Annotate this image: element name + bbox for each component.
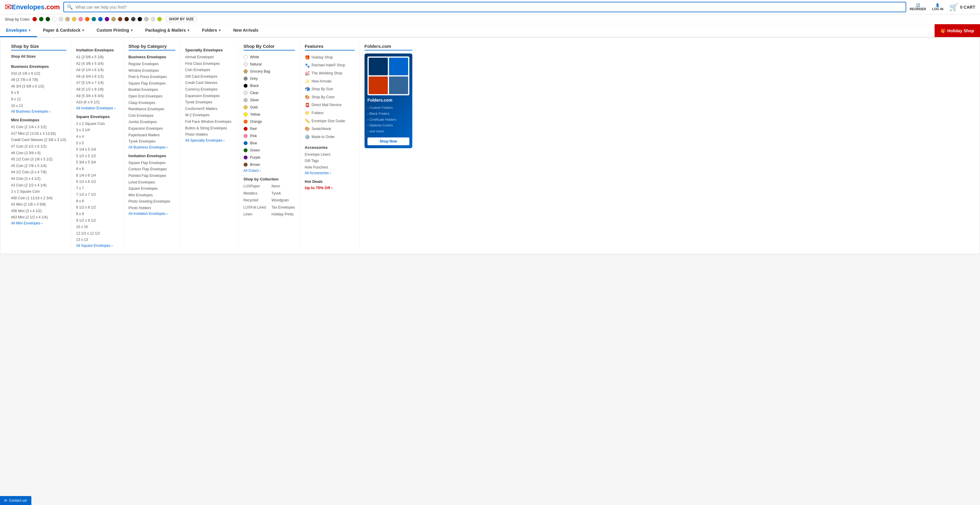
folders-more-link[interactable]: › and more! <box>368 129 409 134</box>
folders-cert-link[interactable]: › Certificate Holders <box>368 117 409 123</box>
inv-link-a9[interactable]: A9 (5 3/4 x 8 3/4) <box>76 93 119 99</box>
inv-link-a10[interactable]: A10 (6 x 9 1/2) <box>76 99 119 106</box>
inv-link-a6[interactable]: A6 (4 3/4 x 6 1/2) <box>76 73 119 80</box>
feat-holiday[interactable]: 🎁Holiday Shop <box>305 54 355 62</box>
cat-remittance[interactable]: Remittance Envelopes <box>129 106 175 113</box>
mini-link-5[interactable]: #5 Coin (2 7/8 x 5 1/4) <box>11 163 66 169</box>
sq-link-912[interactable]: 9 1/2 x 9 1/2 <box>76 218 119 224</box>
sq-link-6x6[interactable]: 6 x 6 <box>76 166 119 172</box>
sq-link-1212[interactable]: 12 1/2 x 12 1/2 <box>76 230 119 237</box>
sq-link-2x2[interactable]: 2 x 2 Square Coin <box>76 121 119 127</box>
color-pink-row[interactable]: Pink <box>243 132 295 140</box>
color-dot-charcoal[interactable] <box>131 17 136 22</box>
mini-link-3m[interactable]: #3 Mini (2 1/8 x 3 5/8) <box>11 201 66 208</box>
spec-tyvek[interactable]: Tyvek Envelopes <box>185 99 234 106</box>
color-dot-teal[interactable] <box>91 17 96 22</box>
color-red-row[interactable]: Red <box>243 125 295 132</box>
feat-shop-color[interactable]: 🎨Shop By Color <box>305 93 355 101</box>
sq-link-614[interactable]: 6 1/4 x 6 1/4 <box>76 172 119 179</box>
nav-item-paper[interactable]: Paper & Cardstock ▼ <box>37 24 91 37</box>
color-green-row[interactable]: Green <box>243 147 295 154</box>
inv-contour[interactable]: Contour Flap Envelopes <box>129 166 175 173</box>
color-dot-dark-brown[interactable] <box>124 17 129 22</box>
color-black-row[interactable]: Black <box>243 82 295 89</box>
reorder-button[interactable]: 🔄 REORDER <box>910 3 926 11</box>
all-specialty-link[interactable]: All Specialty Envelopes › <box>185 139 225 143</box>
acc-liners[interactable]: Envelope Liners <box>305 151 355 158</box>
color-dot-gold[interactable] <box>72 17 76 22</box>
color-dot-black[interactable] <box>137 17 142 22</box>
sq-link-4x4[interactable]: 4 x 4 <box>76 134 119 140</box>
size-link-6x9[interactable]: 6 x 9 <box>11 90 66 96</box>
coll-linen[interactable]: Linen <box>243 211 267 218</box>
color-dot-red[interactable] <box>32 17 37 22</box>
color-dot-tan2[interactable] <box>111 17 116 22</box>
spec-airmail[interactable]: Airmail Envelopes <box>185 54 234 61</box>
sq-link-534[interactable]: 5 3/4 x 5 3/4 <box>76 159 119 166</box>
spec-coin[interactable]: Coin Envelopes <box>185 67 234 73</box>
color-orange-row[interactable]: Orange <box>243 118 295 125</box>
mini-link-4[interactable]: #4 Coin (3 x 4 1/2) <box>11 176 66 182</box>
spec-expansion[interactable]: Expansion Envelopes <box>185 93 234 99</box>
inv-lined[interactable]: Lined Envelopes <box>129 179 175 186</box>
spec-photo[interactable]: Photo Holders <box>185 131 234 138</box>
all-business-cat-link[interactable]: All Business Envelopes › <box>129 145 168 150</box>
nav-item-new-arrivals[interactable]: New Arrivals <box>227 24 264 37</box>
coll-tyvek[interactable]: Tyvek <box>272 190 295 197</box>
sq-link-512[interactable]: 5 1/2 x 5 1/2 <box>76 153 119 159</box>
all-invitation-cat-link[interactable]: All Invitation Envelopes › <box>129 212 168 216</box>
feat-shop-size[interactable]: 📬Shop By Size <box>305 85 355 93</box>
mini-link-cc[interactable]: Credit Card Sleeves (2 3/8 x 3 1/2) <box>11 137 66 143</box>
color-blue-row[interactable]: Blue <box>243 140 295 147</box>
color-dot-white[interactable] <box>52 17 57 22</box>
all-square-link[interactable]: All Square Envelopes › <box>76 244 113 248</box>
color-gold-row[interactable]: Gold <box>243 104 295 111</box>
color-purple-row[interactable]: Purple <box>243 154 295 161</box>
size-link-10[interactable]: #10 (4 1/8 x 9 1/2) <box>11 70 66 77</box>
inv-square-flap[interactable]: Square Flap Envelopes <box>129 160 175 166</box>
feat-new-arrivals[interactable]: ✨New Arrivals <box>305 77 355 86</box>
login-button[interactable]: 👤 LOG IN <box>932 3 943 11</box>
sq-link-514[interactable]: 5 1/4 x 5 1/4 <box>76 147 119 153</box>
sq-link-8x8[interactable]: 8 x 8 <box>76 198 119 205</box>
color-natural-row[interactable]: Natural <box>243 61 295 68</box>
color-dot-purple[interactable] <box>105 17 109 22</box>
spec-conformer[interactable]: Conformer® Mailers <box>185 106 234 112</box>
mini-link-3[interactable]: #3 Coin (2 1/2 x 4 1/4) <box>11 182 66 189</box>
acc-gift-tags[interactable]: Gift Tags <box>305 158 355 164</box>
color-clear-row[interactable]: Clear <box>243 89 295 97</box>
feat-direct-mail[interactable]: 📮Direct Mail Service <box>305 101 355 109</box>
nav-item-packaging[interactable]: Packaging & Mailers ▼ <box>139 24 196 37</box>
color-dot-tan[interactable] <box>65 17 70 22</box>
mini-link-63[interactable]: #63 Mini (2 1/2 x 4 1/4) <box>11 214 66 221</box>
sq-link-7x7[interactable]: 7 x 7 <box>76 185 119 192</box>
all-accessories-link[interactable]: All Accessories › <box>305 171 331 175</box>
inv-link-a8[interactable]: A8 (5 1/2 x 8 1/8) <box>76 86 119 93</box>
all-invitation-size-link[interactable]: All Invitation Envelopes › <box>76 106 115 110</box>
sq-link-812[interactable]: 8 1/2 x 8 1/2 <box>76 204 119 211</box>
color-dot-silver[interactable] <box>144 17 149 22</box>
color-dot-dark-green[interactable] <box>45 17 50 22</box>
spec-button[interactable]: Button & String Envelopes <box>185 125 234 132</box>
feat-size-guide[interactable]: 📏Envelope Size Guide <box>305 117 355 125</box>
folders-custom-link[interactable]: › Custom Folders <box>368 105 409 111</box>
spec-full-face[interactable]: Full Face Window Envelopes <box>185 119 234 125</box>
inv-link-a2[interactable]: A2 (4 3/8 x 5 3/4) <box>76 61 119 67</box>
size-link-9x12[interactable]: 9 x 12 <box>11 96 66 103</box>
sq-link-13x13[interactable]: 13 x 13 <box>76 237 119 243</box>
logo[interactable]: ✉ Envelopes.com <box>5 2 60 12</box>
sq-link-3[interactable]: 3 x 3 1/4 <box>76 127 119 134</box>
spec-cc-sleeves[interactable]: Credit Card Sleeves <box>185 80 234 86</box>
cat-booklet[interactable]: Booklet Envelopes <box>129 87 175 93</box>
cat-coin[interactable]: Coin Envelopes <box>129 113 175 119</box>
sq-link-712[interactable]: 7 1/2 x 7 1/2 <box>76 191 119 198</box>
inv-photo-holders[interactable]: Photo Holders <box>129 205 175 212</box>
color-silver-row[interactable]: Silver <box>243 97 295 104</box>
shop-by-size-link[interactable]: SHOP BY SIZE <box>166 16 197 22</box>
sq-link-10x10[interactable]: 10 x 10 <box>76 224 119 230</box>
feat-swatchbook[interactable]: 🎨Swatchbook <box>305 125 355 133</box>
coll-recycled[interactable]: Recycled <box>243 197 267 204</box>
coll-holiday[interactable]: Holiday Prints <box>272 211 295 218</box>
folders-blank-link[interactable]: › Blank Folders <box>368 111 409 117</box>
cat-expansion[interactable]: Expansion Envelopes <box>129 126 175 132</box>
